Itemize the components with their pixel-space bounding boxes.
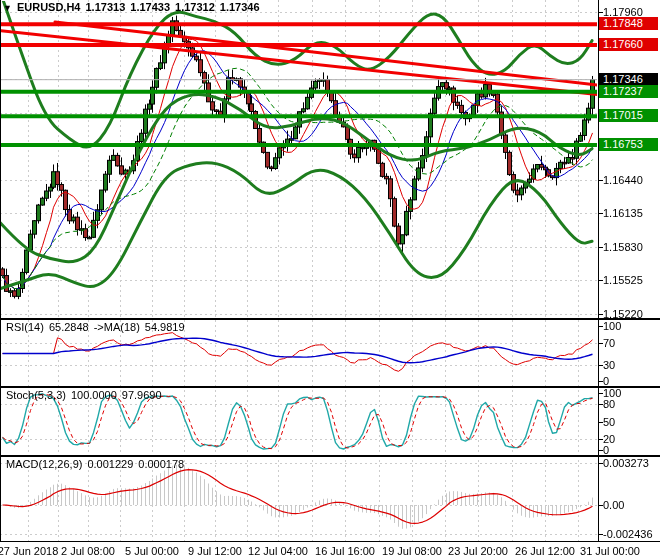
- chart-canvas[interactable]: [0, 0, 660, 560]
- trading-chart-window: ▼EURUSD,H41.173131.174331.173121.17346 R…: [0, 0, 660, 560]
